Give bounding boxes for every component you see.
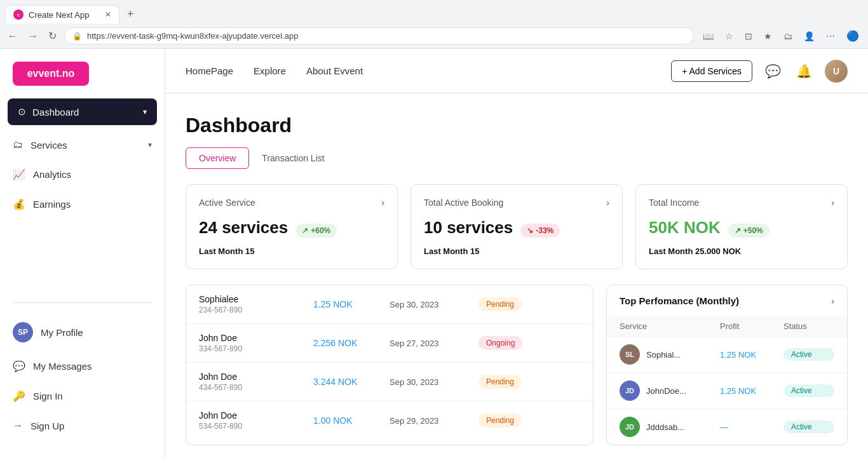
stat-badge-total-income: ↗ +50% <box>728 224 770 238</box>
stat-arrow-active-service[interactable]: › <box>381 198 384 208</box>
performance-title: Top Perfomance (Monthly) <box>620 295 739 306</box>
perf-name-2: Jdddsab... <box>646 422 684 432</box>
stat-footer-total-booking: Last Month 15 <box>424 246 609 256</box>
stat-badge-total-booking: ↘ -33% <box>520 224 560 238</box>
dashboard-icon: ⊙ <box>18 106 26 118</box>
lock-icon: 🔒 <box>72 32 82 41</box>
sidebar-item-analytics[interactable]: 📈 Analytics <box>0 159 165 189</box>
nav-actions: + Add Services 💬 🔔 U <box>671 60 848 83</box>
perf-person: JD Jdddsab... <box>620 417 720 437</box>
transaction-card: Sophialee 234-567-890 1.25 NOK Sep 30, 2… <box>186 285 593 445</box>
add-services-button[interactable]: + Add Services <box>671 60 752 82</box>
badge-text-active-service: +60% <box>311 226 330 235</box>
sidebar-item-earnings-label: Earnings <box>33 199 71 210</box>
perf-status-0: Active <box>783 348 834 361</box>
reader-mode-button[interactable]: 📖 <box>699 29 717 44</box>
nav-link-homepage[interactable]: HomePage <box>186 65 233 76</box>
my-messages-label: My Messages <box>33 361 92 372</box>
person-name: John Doe <box>199 410 313 421</box>
stat-value-total-booking: 10 services <box>424 218 513 238</box>
person-name: John Doe <box>199 372 313 382</box>
nav-link-about[interactable]: About Evvent <box>306 65 363 76</box>
sidebar-item-sign-in[interactable]: 🔑 Sign In <box>0 381 165 411</box>
sidebar-item-services[interactable]: 🗂 Services ▾ <box>0 130 165 159</box>
performance-arrow[interactable]: › <box>831 296 834 306</box>
menu-button[interactable]: ⋯ <box>822 29 839 44</box>
perf-name-1: JohnDoe... <box>646 386 686 396</box>
top-nav: HomePage Explore About Evvent + Add Serv… <box>165 49 868 93</box>
performance-row: JD Jdddsab... — Active <box>607 408 847 445</box>
sidebar-item-earnings[interactable]: 💰 Earnings <box>0 189 165 219</box>
amount: 1.00 NOK <box>313 415 390 426</box>
date: Sep 30, 2023 <box>390 300 478 309</box>
url-text: https://evvent-task-g9mq-kwun8xfex-ajyup… <box>87 31 298 41</box>
stat-footer-active-service: Last Month 15 <box>199 246 384 256</box>
amount: 3.244 NOK <box>313 377 390 387</box>
page-title: Dashboard <box>186 114 848 137</box>
status-badge: Pending <box>478 375 522 389</box>
sidebar: evvent.no ⊙ Dashboard ▾ 🗂 Services ▾ 📈 A… <box>0 49 165 458</box>
tab-close-button[interactable]: ✕ <box>105 10 111 19</box>
services-chevron-icon: ▾ <box>148 140 152 149</box>
stat-arrow-total-income[interactable]: › <box>831 198 834 208</box>
split-screen-button[interactable]: ⊡ <box>741 29 756 44</box>
new-tab-button[interactable]: + <box>122 5 139 24</box>
stat-value-active-service: 24 services <box>199 218 288 238</box>
collections-button[interactable]: 🗂 <box>780 29 796 44</box>
table-row: John Doe 534-567-890 1.00 NOK Sep 29, 20… <box>186 401 593 440</box>
logo-button[interactable]: evvent.no <box>13 62 89 86</box>
perf-status-2: Active <box>783 421 834 433</box>
perf-profit-0: 1.25 NOK <box>720 350 783 360</box>
stat-card-total-income: Total Income › 50K NOK ↗ +50% Last Month… <box>635 184 848 269</box>
performance-row: SL Sophial... 1.25 NOK Active <box>607 336 847 372</box>
stat-title-total-booking: Total Active Booking <box>424 198 503 208</box>
browser-chrome: e Create Next App ✕ + ← → ↻ 🔒 https://ev… <box>0 0 868 49</box>
badge-arrow-up-icon: ↗ <box>302 226 308 235</box>
stat-badge-active-service: ↗ +60% <box>295 224 337 238</box>
badge-arrow-down-icon: ↘ <box>527 226 533 235</box>
profile-button[interactable]: 👤 <box>800 29 818 44</box>
messages-icon: 💬 <box>13 360 25 372</box>
date: Sep 30, 2023 <box>390 377 478 387</box>
sidebar-item-services-label: Services <box>31 140 67 151</box>
bottom-section: Sophialee 234-567-890 1.25 NOK Sep 30, 2… <box>186 285 848 445</box>
stat-arrow-total-booking[interactable]: › <box>606 198 609 208</box>
extension-button[interactable]: 🔵 <box>843 27 863 44</box>
perf-profit-2: — <box>720 422 783 432</box>
chat-icon-button[interactable]: 💬 <box>763 61 783 81</box>
sidebar-dashboard-item[interactable]: ⊙ Dashboard ▾ <box>8 98 157 125</box>
status-badge: Ongoing <box>478 336 522 350</box>
performance-card: Top Perfomance (Monthly) › Service Profi… <box>606 285 848 445</box>
forward-button[interactable]: → <box>25 28 41 44</box>
badge-arrow-up2-icon: ↗ <box>735 226 741 235</box>
tab-overview[interactable]: Overview <box>186 147 249 169</box>
browser-tab[interactable]: e Create Next App ✕ <box>5 5 119 24</box>
stats-row: Active Service › 24 services ↗ +60% Last… <box>186 184 848 269</box>
earnings-icon: 💰 <box>13 198 25 210</box>
tab-transaction-list[interactable]: Transaction List <box>249 147 337 169</box>
refresh-button[interactable]: ↻ <box>46 27 59 44</box>
bookmark-button[interactable]: ☆ <box>721 29 737 44</box>
stat-card-total-booking: Total Active Booking › 10 services ↘ -33… <box>410 184 623 269</box>
person-name: Sophialee <box>199 294 313 304</box>
favorites-button[interactable]: ★ <box>760 29 776 44</box>
notification-icon-button[interactable]: 🔔 <box>794 61 815 81</box>
sidebar-item-sign-up[interactable]: → Sign Up <box>0 411 165 440</box>
status-badge: Pending <box>478 414 522 428</box>
person-id: 434-567-890 <box>199 383 313 392</box>
amount: 2.256 NOK <box>313 338 390 348</box>
sidebar-item-my-profile[interactable]: SP My Profile <box>0 313 165 351</box>
perf-person: SL Sophial... <box>620 344 720 365</box>
table-row: John Doe 434-567-890 3.244 NOK Sep 30, 2… <box>186 363 593 401</box>
nav-link-explore[interactable]: Explore <box>254 65 286 76</box>
perf-avatar-1: JD <box>620 381 640 401</box>
my-profile-label: My Profile <box>41 327 83 338</box>
sidebar-item-my-messages[interactable]: 💬 My Messages <box>0 351 165 381</box>
address-bar[interactable]: 🔒 https://evvent-task-g9mq-kwun8xfex-ajy… <box>64 27 694 44</box>
user-avatar[interactable]: U <box>825 60 848 83</box>
sidebar-bottom: SP My Profile 💬 My Messages 🔑 Sign In → … <box>0 308 165 445</box>
my-profile-avatar: SP <box>13 322 33 342</box>
sidebar-divider <box>13 302 152 303</box>
tab-title: Create Next App <box>29 10 89 20</box>
back-button[interactable]: ← <box>5 28 20 44</box>
